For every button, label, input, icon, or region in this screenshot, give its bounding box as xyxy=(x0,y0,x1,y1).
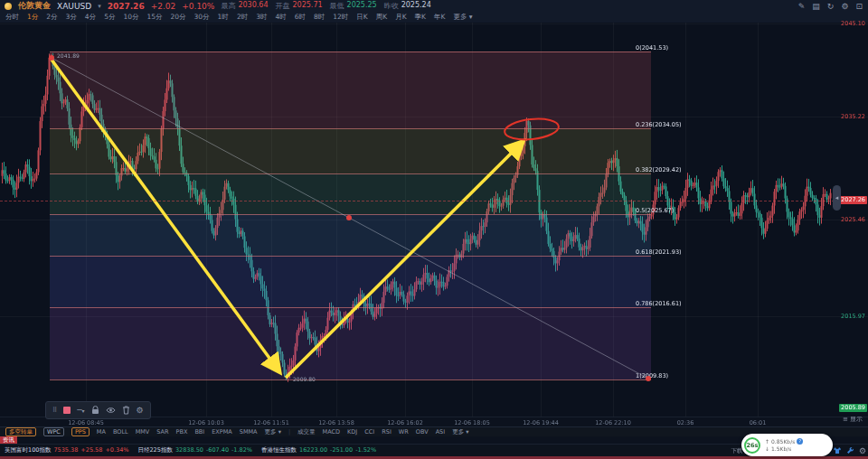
visibility-eye-icon[interactable] xyxy=(106,407,116,414)
stat-value: 2030.64 xyxy=(238,1,268,11)
timeframe-4分[interactable]: 4分 xyxy=(85,13,96,22)
index-quote-香港恒生指数[interactable]: 香港恒生指数16223.00-251.00-1.52% xyxy=(261,446,376,454)
time-axis-label: 12-06 10:03 xyxy=(188,419,224,426)
theme-clothes-icon[interactable] xyxy=(833,446,842,456)
overlay-indicator-PBX[interactable]: PBX xyxy=(176,428,188,436)
show-toggle[interactable]: ≡ 显示 xyxy=(843,415,863,424)
current-price-line xyxy=(0,201,839,201)
sub-indicator-成交量[interactable]: 成交量 xyxy=(297,428,316,436)
sub-indicator-ASI[interactable]: ASI xyxy=(436,428,446,436)
index-value: 16223.00 xyxy=(299,446,327,454)
symbol-header: 伦敦黄金 XAUUSD ▾ 2027.26 +2.02 +0.10% 最高203… xyxy=(0,0,868,12)
timeframe-30分[interactable]: 30分 xyxy=(194,13,210,22)
current-price-badge: 2027.26 xyxy=(839,196,867,204)
overlay-indicator-EXPMA[interactable]: EXPMA xyxy=(212,428,232,436)
price-change: +2.02 xyxy=(151,2,176,11)
delete-trash-icon[interactable] xyxy=(122,406,130,415)
lock-icon[interactable] xyxy=(91,406,99,415)
color-swatch[interactable] xyxy=(63,407,71,414)
network-info-icon[interactable]: ? xyxy=(797,438,803,445)
indicator-panel-icon[interactable]: ▤ xyxy=(812,2,820,11)
timeframe-季K[interactable]: 季K xyxy=(415,13,426,22)
timeframe-年K[interactable]: 年K xyxy=(434,13,445,22)
timeframe-5分[interactable]: 5分 xyxy=(104,13,115,22)
sub-indicator-RSI[interactable]: RSI xyxy=(382,428,392,436)
price-axis-label: 2045.10 xyxy=(841,20,865,27)
line-style-icon[interactable]: ─▾ xyxy=(77,407,84,415)
timeframe-分时[interactable]: 分时 xyxy=(5,13,19,22)
timeframe-15分[interactable]: 15分 xyxy=(146,13,162,22)
timeframe-8时[interactable]: 8时 xyxy=(314,13,325,22)
sub-indicator-KDJ[interactable]: KDJ xyxy=(347,428,357,436)
stat-label: 最低 xyxy=(330,1,344,11)
price-axis-label: 2035.22 xyxy=(841,113,865,120)
timeframe-4时[interactable]: 4时 xyxy=(275,13,286,22)
sub-indicator-MACD[interactable]: MACD xyxy=(323,428,340,436)
timeframe-6时[interactable]: 6时 xyxy=(295,13,306,22)
index-quote-英国富时100指数[interactable]: 英国富时100指数7535.38+25.58+0.34% xyxy=(5,446,128,454)
drag-handle-icon[interactable]: ⠿ xyxy=(52,407,57,415)
symbol-dropdown-icon[interactable]: ▾ xyxy=(98,3,101,10)
header-stats: 最高2030.64开盘2025.71最低2025.25昨收2025.24 xyxy=(221,1,430,11)
upload-speed: 0.85Kb/s xyxy=(771,438,795,445)
settings-gear-icon[interactable]: ⚙ xyxy=(841,2,848,11)
timeframe-3时[interactable]: 3时 xyxy=(256,13,267,22)
footer-settings-gear-icon[interactable]: ⚙ xyxy=(859,447,866,455)
strategy-tag-多空转单[interactable]: 多空转单 xyxy=(5,427,36,436)
fullscreen-icon[interactable]: ⊡ xyxy=(855,2,863,11)
sub-indicator-OBV[interactable]: OBV xyxy=(416,428,429,436)
draw-settings-gear-icon[interactable]: ⚙ xyxy=(137,407,144,415)
timeframe-周K[interactable]: 周K xyxy=(376,13,387,22)
price-change-pct: +0.10% xyxy=(182,2,214,11)
symbol-code[interactable]: XAUUSD xyxy=(57,2,91,11)
overlay-indicator-BOLL[interactable]: BOLL xyxy=(113,428,128,436)
news-tab[interactable]: 资讯 xyxy=(0,436,17,444)
overlay-indicator-more[interactable]: 更多 ▾ xyxy=(265,428,281,436)
timeframe-日K[interactable]: 日K xyxy=(356,13,367,22)
download-speed: 1.5Kb/s xyxy=(771,445,791,452)
overlay-indicator-SMMA[interactable]: SMMA xyxy=(240,428,258,436)
time-axis-label: 12-06 13:58 xyxy=(318,419,354,426)
refresh-icon[interactable]: ↻ xyxy=(827,2,835,11)
refresh-countdown-ring[interactable]: 26s xyxy=(744,437,760,454)
strategy-tag-PPS[interactable]: PPS xyxy=(71,427,90,436)
overlay-indicator-BBI[interactable]: BBI xyxy=(194,428,204,436)
footer-bar: 英国富时100指数7535.38+25.58+0.34%日经225指数32838… xyxy=(0,444,868,456)
strategy-tag-WPC[interactable]: WPC xyxy=(43,427,64,436)
index-change-pct: +0.34% xyxy=(105,446,128,454)
timeframe-1分[interactable]: 1分 xyxy=(27,13,38,22)
timeframe-2分[interactable]: 2分 xyxy=(46,13,57,22)
session-low-badge: 2005.89 xyxy=(839,404,867,412)
overlay-indicator-MA[interactable]: MA xyxy=(97,428,106,436)
candlestick-chart[interactable] xyxy=(0,23,868,417)
tools-wrench-icon[interactable] xyxy=(846,446,854,456)
header-stat-最高: 最高2030.64 xyxy=(221,1,268,11)
overlay-indicator-SAR[interactable]: SAR xyxy=(156,428,168,436)
overlay-indicator-MMV[interactable]: MMV xyxy=(136,428,150,436)
timeframe-3分[interactable]: 3分 xyxy=(66,13,77,22)
upload-arrow-icon: ↑ xyxy=(765,438,769,445)
sub-indicator-WR[interactable]: WR xyxy=(399,428,409,436)
timeframe-1时[interactable]: 1时 xyxy=(218,13,229,22)
timeframe-月K[interactable]: 月K xyxy=(395,13,406,22)
timeframe-12时[interactable]: 12时 xyxy=(333,13,348,22)
sub-indicator-more[interactable]: 更多 ▾ xyxy=(452,428,468,436)
index-quote-日经225指数[interactable]: 日经225指数32838.50-607.40-1.82% xyxy=(137,446,252,454)
timeframe-more[interactable]: 更多 ▾ xyxy=(453,13,472,22)
timeframe-bar: 分时1分2分3分4分5分10分15分20分30分1时2时3时4时6时8时12时日… xyxy=(0,12,868,23)
index-change: -607.40 xyxy=(206,446,229,454)
time-axis-label: 12-06 22:10 xyxy=(595,419,631,426)
sub-indicator-CCI[interactable]: CCI xyxy=(364,428,374,436)
index-value: 32838.50 xyxy=(175,446,203,454)
index-name: 日经225指数 xyxy=(137,446,172,454)
axis-scroll-handle[interactable]: ◂ xyxy=(833,185,841,211)
stat-label: 开盘 xyxy=(275,1,289,11)
symbol-name[interactable]: 伦敦黄金 xyxy=(18,0,51,12)
timeframe-20分[interactable]: 20分 xyxy=(171,13,186,22)
anchor-price-label: 2009.80 xyxy=(293,376,316,382)
header-stat-最低: 最低2025.25 xyxy=(330,1,377,11)
draw-line-icon[interactable]: ✎ xyxy=(798,2,806,11)
timeframe-2时[interactable]: 2时 xyxy=(237,13,248,22)
timeframe-10分[interactable]: 10分 xyxy=(123,13,138,22)
time-axis-label: 06:01 xyxy=(750,419,767,426)
